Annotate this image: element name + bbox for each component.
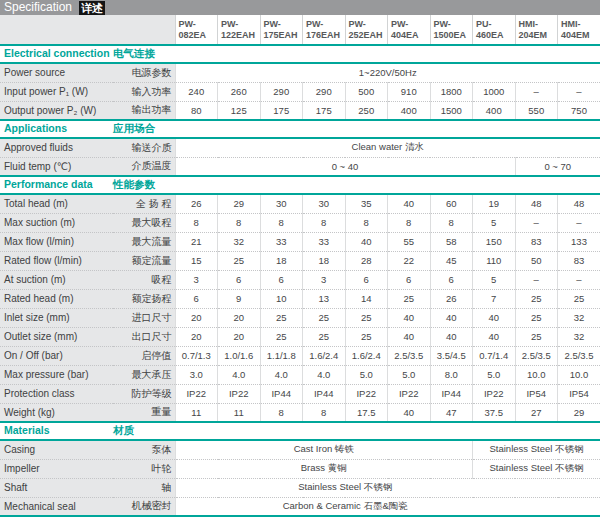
row-label-zh: 输送介质 — [113, 138, 175, 157]
spec-value: 32 — [558, 308, 600, 327]
spec-value: 4.0 — [218, 365, 261, 384]
section-header: Applications应用场合 — [0, 120, 600, 138]
model-column-header: PW-404EA — [388, 15, 431, 45]
table-row: Shaft轴Stainless Steel 不锈钢 — [0, 478, 600, 497]
spec-value-span: 1~220V/50Hz — [175, 63, 600, 82]
spec-value: IP22 — [218, 384, 261, 403]
spec-value: 32 — [558, 327, 600, 346]
spec-value: 18 — [260, 251, 303, 270]
spec-value: 11 — [218, 403, 261, 422]
spec-value: – — [558, 213, 600, 232]
row-label-zh: 最大吸程 — [113, 213, 175, 232]
row-label-en: Approved fluids — [0, 138, 113, 157]
spec-value-span — [515, 497, 600, 516]
spec-value: 8 — [303, 403, 346, 422]
spec-value: 9 — [218, 289, 261, 308]
spec-value: 10.0 — [558, 365, 600, 384]
spec-value: 18 — [303, 251, 346, 270]
row-label-en: At suction (m) — [0, 270, 113, 289]
spec-value: 290 — [303, 82, 346, 101]
row-label-en: Fluid temp (℃) — [0, 157, 113, 176]
spec-value: 30 — [303, 194, 346, 213]
table-row: Max suction (m)最大吸程88888885–– — [0, 213, 600, 232]
row-label-en: Weight (kg) — [0, 403, 113, 422]
section-title-zh: 应用场合 — [113, 122, 155, 134]
row-label-en: Max pressure (bar) — [0, 365, 113, 384]
section-title-en: Performance data — [0, 178, 113, 190]
spec-value: 2.5/3.5 — [558, 346, 600, 365]
spec-value: 25 — [515, 308, 558, 327]
spec-value: 26 — [175, 194, 218, 213]
spec-value: 750 — [558, 101, 600, 120]
spec-value: 910 — [388, 82, 431, 101]
table-row: Total head (m)全 扬 程26293030354060194848 — [0, 194, 600, 213]
spec-value: IP22 — [345, 384, 388, 403]
spec-value: 80 — [175, 101, 218, 120]
table-row: Mechanical seal机械密封Carbon & Ceramic 石墨&陶… — [0, 497, 600, 516]
spec-value: 3 — [175, 270, 218, 289]
spec-value: 400 — [473, 101, 516, 120]
model-header-row: PW-082EAPW-122EAHPW-175EAHPW-176EAHPW-25… — [0, 15, 600, 45]
section-title-zh: 电气连接 — [113, 47, 155, 59]
row-label-en: Outlet size (mm) — [0, 327, 113, 346]
spec-value: 25 — [218, 251, 261, 270]
spec-value: 17.5 — [345, 403, 388, 422]
row-label-zh: 额定扬程 — [113, 289, 175, 308]
spec-value: 40 — [388, 308, 431, 327]
spec-value: IP54 — [515, 384, 558, 403]
section-header: Materials材质 — [0, 422, 600, 440]
section-title-en: Electrical connection — [0, 47, 113, 59]
page-title-zh-badge: 详述 — [79, 1, 105, 15]
row-label-zh: 机械密封 — [113, 497, 175, 516]
spec-value: IP22 — [175, 384, 218, 403]
spec-value: 0.7/1.3 — [175, 346, 218, 365]
spec-value: 240 — [175, 82, 218, 101]
row-label-en: Max flow (l/min) — [0, 232, 113, 251]
table-row: At suction (m)吸程36636665–– — [0, 270, 600, 289]
row-label-zh: 防护等级 — [113, 384, 175, 403]
spec-value: 40 — [473, 308, 516, 327]
spec-value: 6 — [345, 270, 388, 289]
table-row: Impeller叶轮Brass 黄铜Stainless Steel 不锈钢 — [0, 459, 600, 478]
spec-value: 8 — [175, 213, 218, 232]
spec-table: PW-082EAPW-122EAHPW-175EAHPW-176EAHPW-25… — [0, 15, 600, 517]
row-label-en: Input power P₁ (W) — [0, 82, 113, 101]
spec-value: 25 — [388, 289, 431, 308]
row-label-zh: 输出功率 — [113, 101, 175, 120]
spec-value: – — [515, 270, 558, 289]
row-label-zh: 轴 — [113, 478, 175, 497]
spec-value: 1.1/1.8 — [260, 346, 303, 365]
spec-value: 14 — [345, 289, 388, 308]
spec-body: Electrical connection电气连接Power source电源参… — [0, 45, 600, 516]
spec-value: 5 — [473, 213, 516, 232]
spec-value: 3.5/4.5 — [430, 346, 473, 365]
spec-value: 6 — [218, 270, 261, 289]
spec-value: 10.0 — [515, 365, 558, 384]
spec-value: 400 — [388, 101, 431, 120]
row-label-zh: 最大流量 — [113, 232, 175, 251]
spec-value: 0.7/1.4 — [473, 346, 516, 365]
spec-value: IP44 — [303, 384, 346, 403]
table-row: Protection class防护等级IP22IP22IP44IP44IP22… — [0, 384, 600, 403]
spec-value: 25 — [515, 327, 558, 346]
spec-value: 50 — [515, 251, 558, 270]
row-label-en: Casing — [0, 440, 113, 459]
row-label-zh: 电源参数 — [113, 63, 175, 82]
spec-value: 48 — [515, 194, 558, 213]
spec-value: 25 — [260, 327, 303, 346]
spec-value: 20 — [218, 308, 261, 327]
spec-value: 1.6/2.4 — [303, 346, 346, 365]
table-row: Outlet size (mm)出口尺寸20202525254040402532 — [0, 327, 600, 346]
spec-value: 33 — [260, 232, 303, 251]
section-header-row: Electrical connection电气连接 — [0, 45, 600, 63]
spec-value: 1800 — [430, 82, 473, 101]
model-column-header: PW-082EA — [175, 15, 218, 45]
spec-value-span: Cast Iron 铸铁 — [175, 440, 473, 459]
spec-value: IP44 — [260, 384, 303, 403]
model-column-header: PW-175EAH — [260, 15, 303, 45]
model-column-header: HMI-404EM — [558, 15, 600, 45]
row-label-en: Rated flow (l/min) — [0, 251, 113, 270]
spec-value: 40 — [430, 327, 473, 346]
row-label-zh: 额定流量 — [113, 251, 175, 270]
spec-value: 290 — [260, 82, 303, 101]
